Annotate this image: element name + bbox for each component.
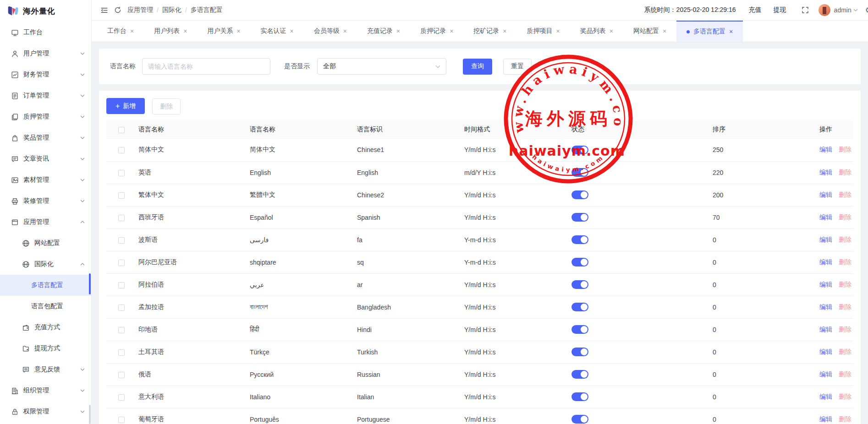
status-toggle[interactable] <box>571 348 588 356</box>
tab-close-icon[interactable]: × <box>503 27 506 35</box>
row-checkbox[interactable] <box>118 327 125 333</box>
avatar[interactable] <box>819 4 830 16</box>
sidebar-item[interactable]: 应用管理 <box>0 212 91 233</box>
tab-close-icon[interactable]: × <box>290 27 294 35</box>
sidebar-item[interactable]: 提现方式 <box>0 338 91 359</box>
fullscreen-icon[interactable] <box>798 3 812 17</box>
row-checkbox[interactable] <box>118 192 125 199</box>
status-toggle[interactable] <box>571 370 588 379</box>
delete-link[interactable]: 删除 <box>839 258 852 266</box>
breadcrumb-item[interactable]: 多语言配置 <box>191 6 223 14</box>
sidebar-item[interactable]: 用户管理 <box>0 43 91 64</box>
delete-link[interactable]: 删除 <box>839 348 852 355</box>
delete-link[interactable]: 删除 <box>839 281 852 288</box>
sidebar-item[interactable]: 奖品管理 <box>0 127 91 148</box>
edit-link[interactable]: 编辑 <box>819 191 832 198</box>
sidebar-item[interactable]: 意见反馈 <box>0 359 91 380</box>
tab-item[interactable]: 质押记录 × <box>410 21 463 42</box>
delete-link[interactable]: 删除 <box>839 326 852 333</box>
edit-link[interactable]: 编辑 <box>819 281 832 288</box>
edit-link[interactable]: 编辑 <box>819 415 832 423</box>
edit-link[interactable]: 编辑 <box>819 169 832 176</box>
status-toggle[interactable] <box>571 415 588 424</box>
status-toggle[interactable] <box>571 235 588 244</box>
tab-item[interactable]: 质押项目 × <box>517 21 570 42</box>
tab-close-icon[interactable]: × <box>450 27 453 35</box>
delete-link[interactable]: 删除 <box>839 146 852 153</box>
tab-item[interactable]: 用户列表 × <box>144 21 197 42</box>
row-checkbox[interactable] <box>118 237 125 244</box>
sidebar-item[interactable]: 权限管理 <box>0 401 91 422</box>
edit-link[interactable]: 编辑 <box>819 303 832 310</box>
delete-link[interactable]: 删除 <box>839 236 852 243</box>
tab-item[interactable]: 网站配置 × <box>623 21 676 42</box>
status-toggle[interactable] <box>571 392 588 401</box>
tab-close-icon[interactable]: × <box>663 27 666 35</box>
tab-item[interactable]: 多语言配置 × <box>676 21 743 42</box>
sidebar-item[interactable]: 订单管理 <box>0 85 91 106</box>
edit-link[interactable]: 编辑 <box>819 370 832 378</box>
status-toggle[interactable] <box>571 258 588 266</box>
sidebar-item[interactable]: 语言包配置 <box>0 296 91 317</box>
status-toggle[interactable] <box>571 325 588 334</box>
row-checkbox[interactable] <box>118 147 125 153</box>
row-checkbox[interactable] <box>118 349 125 356</box>
tab-close-icon[interactable]: × <box>556 27 560 35</box>
status-toggle[interactable] <box>571 213 588 222</box>
delete-link[interactable]: 删除 <box>839 213 852 221</box>
content-scrollbar-thumb[interactable] <box>89 405 91 424</box>
delete-link[interactable]: 删除 <box>839 191 852 198</box>
edit-link[interactable]: 编辑 <box>819 258 832 266</box>
edit-link[interactable]: 编辑 <box>819 326 832 333</box>
search-button[interactable]: 查询 <box>463 59 492 75</box>
edit-link[interactable]: 编辑 <box>819 146 832 153</box>
username[interactable]: admin <box>834 6 852 14</box>
sidebar-item[interactable]: 质押管理 <box>0 106 91 127</box>
edit-link[interactable]: 编辑 <box>819 348 832 355</box>
logo[interactable]: 海外量化 <box>0 0 91 22</box>
tab-close-icon[interactable]: × <box>236 27 240 35</box>
sidebar-item[interactable]: 工作台 <box>0 22 91 43</box>
reset-button[interactable]: 重置 <box>503 59 532 75</box>
delete-button[interactable]: 删除 <box>152 98 181 114</box>
refresh-icon[interactable] <box>111 3 125 17</box>
row-checkbox[interactable] <box>118 170 125 176</box>
edit-link[interactable]: 编辑 <box>819 393 832 400</box>
sidebar-item[interactable]: 素材管理 <box>0 169 91 190</box>
row-checkbox[interactable] <box>118 372 125 378</box>
row-checkbox[interactable] <box>118 282 125 288</box>
add-button[interactable]: +新增 <box>106 98 145 114</box>
edit-link[interactable]: 编辑 <box>819 236 832 243</box>
tab-item[interactable]: 充值记录 × <box>357 21 410 42</box>
language-name-input[interactable] <box>142 58 270 75</box>
recharge-link[interactable]: 充值 <box>749 6 762 14</box>
sidebar-item[interactable]: 网站配置 <box>0 233 91 254</box>
row-checkbox[interactable] <box>118 417 125 423</box>
show-select[interactable]: 全部 <box>317 58 446 75</box>
row-checkbox[interactable] <box>118 394 125 401</box>
sidebar-item[interactable]: 文章资讯 <box>0 148 91 169</box>
status-toggle[interactable] <box>571 146 588 154</box>
sidebar-item[interactable]: 装修管理 <box>0 190 91 212</box>
withdraw-link[interactable]: 提现 <box>774 6 786 14</box>
tab-close-icon[interactable]: × <box>396 27 400 35</box>
tab-item[interactable]: 工作台 × <box>97 21 144 42</box>
status-toggle[interactable] <box>571 190 588 199</box>
sidebar-item[interactable]: 财务管理 <box>0 64 91 85</box>
tab-close-icon[interactable]: × <box>130 27 134 35</box>
sidebar-item[interactable]: 多语言配置 <box>0 275 91 296</box>
settings-gear-icon[interactable]: ⚙ <box>865 5 868 15</box>
delete-link[interactable]: 删除 <box>839 370 852 378</box>
sidebar-item[interactable]: 国际化 <box>0 254 91 275</box>
delete-link[interactable]: 删除 <box>839 303 852 310</box>
delete-link[interactable]: 删除 <box>839 169 852 176</box>
row-checkbox[interactable] <box>118 304 125 311</box>
row-checkbox[interactable] <box>118 260 125 266</box>
tab-close-icon[interactable]: × <box>343 27 347 35</box>
tab-item[interactable]: 会员等级 × <box>304 21 357 42</box>
tab-item[interactable]: 实名认证 × <box>251 21 304 42</box>
tab-item[interactable]: 挖矿记录 × <box>463 21 516 42</box>
status-toggle[interactable] <box>571 168 588 177</box>
sidebar-item[interactable]: 充值方式 <box>0 317 91 338</box>
tab-close-icon[interactable]: × <box>729 28 733 35</box>
